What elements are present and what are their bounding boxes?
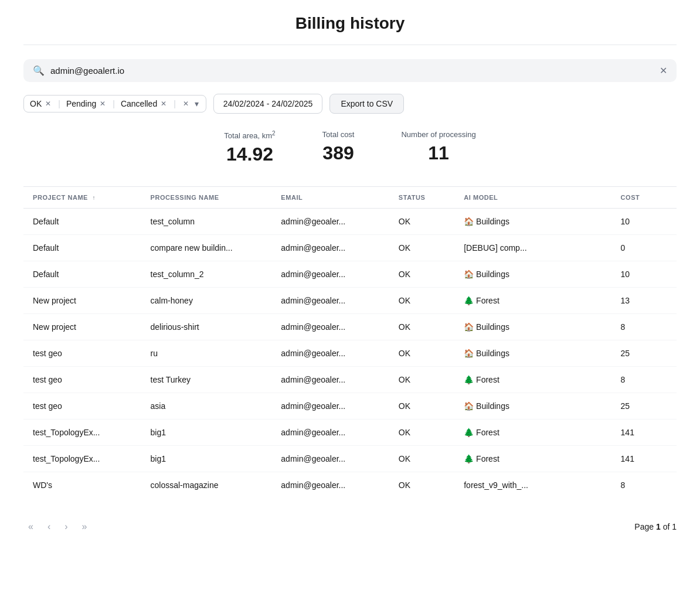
- cell-ai-model: 🌲 Forest: [454, 288, 611, 314]
- cell-email: admin@geoaler...: [271, 314, 389, 340]
- table-row[interactable]: test_TopologyEx...big1admin@geoaler...OK…: [23, 446, 677, 472]
- cell-cost: 10: [611, 209, 677, 235]
- table-row[interactable]: test_TopologyEx...big1admin@geoaler...OK…: [23, 420, 677, 446]
- pagination-controls: « ‹ › »: [23, 519, 91, 534]
- filter-tag-pending-remove[interactable]: ✕: [98, 100, 107, 108]
- cell-email: admin@geoaler...: [271, 340, 389, 367]
- cell-ai-model: 🌲 Forest: [454, 420, 611, 446]
- cell-ai-model: 🏠 Buildings: [454, 393, 611, 420]
- cell-status: OK: [389, 235, 454, 261]
- cell-email: admin@geoaler...: [271, 261, 389, 288]
- pagination-row: « ‹ › » Page 1 of 1: [23, 512, 677, 534]
- filter-tag-cancelled: Cancelled ✕: [121, 99, 168, 108]
- cell-email: admin@geoaler...: [271, 367, 389, 393]
- cell-project: Default: [23, 235, 141, 261]
- pagination-current-page: 1: [656, 522, 661, 531]
- cell-processing: big1: [141, 420, 272, 446]
- filter-dropdown-button[interactable]: ▾: [193, 99, 200, 108]
- stats-row: Total area, km2 14.92 Total cost 389 Num…: [23, 130, 677, 170]
- cell-cost: 25: [611, 393, 677, 420]
- filter-tags-container: OK ✕ | Pending ✕ | Cancelled ✕ | ✕ ▾: [23, 95, 206, 112]
- cell-processing: ru: [141, 340, 272, 367]
- table-row[interactable]: WD'scolossal-magazineadmin@geoaler...OKf…: [23, 472, 677, 499]
- cell-status: OK: [389, 314, 454, 340]
- search-input[interactable]: [50, 66, 654, 76]
- stat-total-cost-label: Total cost: [322, 130, 355, 139]
- sort-icon-project: ↑: [93, 195, 96, 201]
- pagination-first-button[interactable]: «: [23, 519, 38, 534]
- search-clear-button[interactable]: ✕: [660, 65, 667, 76]
- pagination-next-button[interactable]: ›: [60, 519, 72, 534]
- cell-project: test geo: [23, 367, 141, 393]
- col-header-cost: COST: [611, 187, 677, 209]
- stat-number-of-processing: Number of processing 11: [401, 130, 475, 165]
- cell-status: OK: [389, 420, 454, 446]
- table-row[interactable]: Defaultcompare new buildin...admin@geoal…: [23, 235, 677, 261]
- table-row[interactable]: New projectcalm-honeyadmin@geoaler...OK🌲…: [23, 288, 677, 314]
- cell-ai-model: 🏠 Buildings: [454, 340, 611, 367]
- pagination-prev-button[interactable]: ‹: [43, 519, 55, 534]
- cell-project: test_TopologyEx...: [23, 446, 141, 472]
- cell-processing: test Turkey: [141, 367, 272, 393]
- cell-email: admin@geoaler...: [271, 235, 389, 261]
- table-row[interactable]: Defaulttest_columnadmin@geoaler...OK🏠 Bu…: [23, 209, 677, 235]
- table-row[interactable]: New projectdelirious-shirtadmin@geoaler.…: [23, 314, 677, 340]
- cell-project: test geo: [23, 340, 141, 367]
- cell-cost: 8: [611, 472, 677, 499]
- filter-tag-pending-label: Pending: [66, 99, 96, 108]
- filter-tag-ok: OK ✕: [30, 99, 52, 108]
- cell-email: admin@geoaler...: [271, 472, 389, 499]
- col-header-processing-name: PROCESSING NAME: [141, 187, 272, 209]
- cell-cost: 8: [611, 367, 677, 393]
- cell-status: OK: [389, 446, 454, 472]
- cell-processing: colossal-magazine: [141, 472, 272, 499]
- cell-cost: 8: [611, 314, 677, 340]
- cell-cost: 141: [611, 420, 677, 446]
- cell-ai-model: 🏠 Buildings: [454, 209, 611, 235]
- cell-cost: 141: [611, 446, 677, 472]
- export-csv-button[interactable]: Export to CSV: [329, 94, 404, 114]
- cell-ai-model: 🏠 Buildings: [454, 261, 611, 288]
- stat-total-area-value: 14.92: [224, 144, 275, 165]
- cell-processing: test_column_2: [141, 261, 272, 288]
- table-row[interactable]: test georuadmin@geoaler...OK🏠 Buildings2…: [23, 340, 677, 367]
- filter-tag-cancelled-label: Cancelled: [121, 99, 157, 108]
- cell-project: test geo: [23, 393, 141, 420]
- cell-cost: 0: [611, 235, 677, 261]
- cell-processing: asia: [141, 393, 272, 420]
- cell-project: Default: [23, 209, 141, 235]
- stat-number-of-processing-value: 11: [401, 142, 475, 164]
- stat-total-area-label: Total area, km2: [224, 130, 275, 140]
- cell-ai-model: [DEBUG] comp...: [454, 235, 611, 261]
- cell-cost: 10: [611, 261, 677, 288]
- cell-ai-model: 🌲 Forest: [454, 367, 611, 393]
- cell-ai-model: 🏠 Buildings: [454, 314, 611, 340]
- table-row[interactable]: test geoasiaadmin@geoaler...OK🏠 Building…: [23, 393, 677, 420]
- filters-row: OK ✕ | Pending ✕ | Cancelled ✕ | ✕ ▾ 24/…: [23, 94, 677, 114]
- filter-tag-pending: Pending ✕: [66, 99, 107, 108]
- stat-total-area: Total area, km2 14.92: [224, 130, 275, 165]
- filter-clear-all-button[interactable]: ✕: [182, 100, 190, 108]
- col-header-project-name[interactable]: PROJECT NAME ↑: [23, 187, 141, 209]
- pagination-last-button[interactable]: »: [77, 519, 92, 534]
- cell-processing: big1: [141, 446, 272, 472]
- cell-cost: 13: [611, 288, 677, 314]
- table-header-row: PROJECT NAME ↑ PROCESSING NAME EMAIL STA…: [23, 187, 677, 209]
- cell-status: OK: [389, 261, 454, 288]
- cell-status: OK: [389, 367, 454, 393]
- col-header-ai-model: AI MODEL: [454, 187, 611, 209]
- cell-ai-model: forest_v9_with_...: [454, 472, 611, 499]
- filter-tag-ok-remove[interactable]: ✕: [44, 100, 52, 108]
- page-title: Billing history: [23, 0, 677, 45]
- table-row[interactable]: test geotest Turkeyadmin@geoaler...OK🌲 F…: [23, 367, 677, 393]
- cell-ai-model: 🌲 Forest: [454, 446, 611, 472]
- cell-cost: 25: [611, 340, 677, 367]
- table-row[interactable]: Defaulttest_column_2admin@geoaler...OK🏠 …: [23, 261, 677, 288]
- stat-total-cost-value: 389: [322, 142, 355, 164]
- cell-processing: calm-honey: [141, 288, 272, 314]
- billing-table-container: PROJECT NAME ↑ PROCESSING NAME EMAIL STA…: [23, 186, 677, 498]
- cell-project: New project: [23, 314, 141, 340]
- filter-tag-cancelled-remove[interactable]: ✕: [159, 100, 168, 108]
- date-range-picker[interactable]: 24/02/2024 - 24/02/2025: [213, 94, 323, 114]
- billing-table: PROJECT NAME ↑ PROCESSING NAME EMAIL STA…: [23, 187, 677, 498]
